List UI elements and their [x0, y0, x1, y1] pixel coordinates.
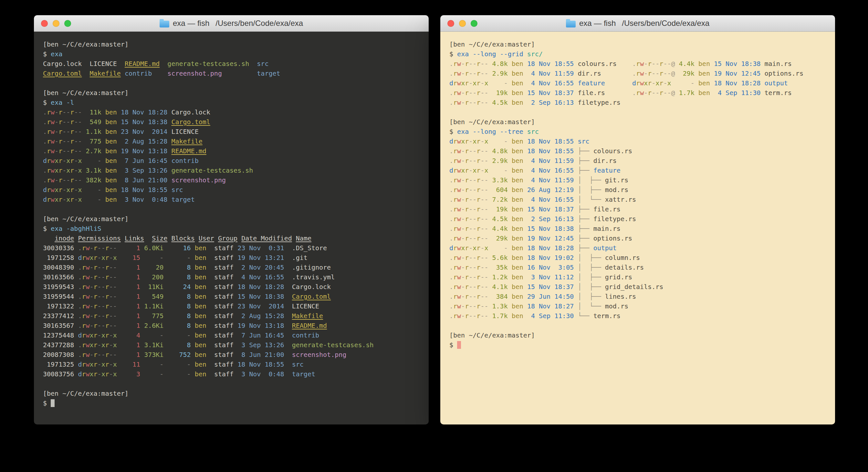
- terminal-line: 30030336 .rw-r--r-- 1 6.0Ki 16 ben staff…: [43, 243, 420, 253]
- traffic-lights: [447, 15, 477, 31]
- terminal-line: 1971325 drwxr-xr-x 11 - - ben staff 18 N…: [43, 359, 420, 369]
- terminal-line: .rw-r--r-- 3.3k ben 4 Nov 11:59 │ ├── gi…: [450, 175, 826, 185]
- terminal-line: 1971322 .rw-r--r-- 1 1.1Ki 8 ben staff 2…: [43, 301, 420, 311]
- zoom-button[interactable]: [471, 20, 477, 27]
- terminal-line: inode Permissions Links Size Blocks User…: [43, 233, 420, 243]
- terminal-line: .rw-r--r-- 11k ben 18 Nov 18:28 Cargo.lo…: [43, 107, 420, 117]
- terminal-line: drwxr-xr-x - ben 4 Nov 16:55 feature drw…: [450, 78, 826, 88]
- terminal-line: Cargo.toml Makefile contrib screenshot.p…: [43, 68, 420, 78]
- titlebar[interactable]: exa — fish /Users/ben/Code/exa/exa: [440, 15, 835, 32]
- terminal-screen[interactable]: [ben ~/C/e/exa:master]$ exa --long --gri…: [440, 32, 835, 424]
- terminal-line: [450, 321, 826, 330]
- terminal-line: [ben ~/C/e/exa:master]: [43, 39, 420, 49]
- minimize-button[interactable]: [53, 20, 59, 27]
- folder-icon: [160, 21, 169, 28]
- terminal-line: $: [43, 398, 420, 408]
- terminal-line: .rw-r--r-- 29k ben 19 Nov 12:45 ├── opti…: [450, 233, 826, 243]
- window-title: exa — fish /Users/ben/Code/exa/exa: [566, 19, 709, 28]
- terminal-line: drwxr-xr-x - ben 18 Nov 18:55 src: [450, 137, 826, 146]
- terminal-line: .rw-r--r-- 1.7k ben 4 Sep 11:30 └── term…: [450, 311, 826, 321]
- terminal-line: [43, 379, 420, 389]
- terminal-line: 31959543 .rw-r--r-- 1 11Ki 24 ben staff …: [43, 282, 420, 292]
- terminal-line: 30083756 drwxr-xr-x 3 - - ben staff 3 No…: [43, 369, 420, 379]
- terminal-line: .rw-r--r-- 1.2k ben 3 Nov 11:12 │ ├── gr…: [450, 272, 826, 282]
- terminal-line: .rw-r--r-- 35k ben 16 Nov 3:05 │ ├── det…: [450, 263, 826, 272]
- terminal-line: .rw-r--r-- 19k ben 15 Nov 18:37 ├── file…: [450, 204, 826, 214]
- titlebar[interactable]: exa — fish /Users/ben/Code/exa/exa: [34, 15, 429, 32]
- terminal-line: .rw-r--r-- 4.8k ben 18 Nov 18:55 colours…: [450, 59, 826, 68]
- terminal-line: .rw-r--r-- 2.9k ben 4 Nov 11:59 dir.rs .…: [450, 68, 826, 78]
- window-title-app: exa — fish: [173, 19, 209, 28]
- terminal-line: drwxr-xr-x - ben 4 Nov 16:55 ├── feature: [450, 166, 826, 175]
- terminal-line: 20087308 .rw-r--r-- 1 373Ki 752 ben staf…: [43, 350, 420, 359]
- window-title-path: /Users/ben/Code/exa/exa: [215, 19, 303, 28]
- terminal-screen[interactable]: [ben ~/C/e/exa:master]$ exaCargo.lock LI…: [34, 32, 429, 424]
- terminal-line: $ exa --long --tree src: [450, 127, 826, 137]
- terminal-line: .rw-r--r-- 2.7k ben 19 Nov 13:18 README.…: [43, 146, 420, 156]
- terminal-line: .rw-r--r-- 4.5k ben 2 Sep 16:13 filetype…: [450, 98, 826, 107]
- terminal-line: drwxr-xr-x - ben 7 Jun 16:45 contrib: [43, 156, 420, 166]
- terminal-window-left: exa — fish /Users/ben/Code/exa/exa [ben …: [34, 15, 429, 424]
- terminal-line: 30048390 .rw-r--r-- 1 20 8 ben staff 2 N…: [43, 263, 420, 272]
- terminal-line: $ exa: [43, 49, 420, 59]
- terminal-line: .rw-r--r-- 4.5k ben 2 Sep 16:13 ├── file…: [450, 214, 826, 224]
- desktop: { "chrome": { "traffic_lights": ["#fc5d5…: [0, 0, 868, 472]
- terminal-cursor: [457, 341, 461, 349]
- window-title-path: /Users/ben/Code/exa/exa: [622, 19, 709, 28]
- terminal-line: .rwxr-xr-x 3.1k ben 3 Sep 13:26 generate…: [43, 166, 420, 175]
- terminal-line: $ exa -l: [43, 98, 420, 107]
- terminal-line: .rw-r--r-- 384 ben 29 Jun 14:50 │ ├── li…: [450, 292, 826, 301]
- terminal-line: .rw-r--r-- 775 ben 2 Aug 15:28 Makefile: [43, 137, 420, 146]
- folder-icon: [566, 21, 576, 28]
- terminal-line: [ben ~/C/e/exa:master]: [43, 389, 420, 398]
- terminal-line: 23377412 .rw-r--r-- 1 775 8 ben staff 2 …: [43, 311, 420, 321]
- terminal-line: 30163567 .rw-r--r-- 1 2.6Ki 8 ben staff …: [43, 321, 420, 330]
- terminal-line: $ exa --long --grid src/: [450, 49, 826, 59]
- terminal-line: .rw-r--r-- 549 ben 15 Nov 18:38 Cargo.to…: [43, 117, 420, 127]
- terminal-line: $ exa -abghHliS: [43, 224, 420, 233]
- terminal-line: [ben ~/C/e/exa:master]: [450, 117, 826, 127]
- terminal-line: [ben ~/C/e/exa:master]: [43, 214, 420, 224]
- terminal-line: .rw-r--r-- 4.4k ben 15 Nov 18:38 ├── mai…: [450, 224, 826, 233]
- close-button[interactable]: [41, 20, 48, 27]
- terminal-line: .rw-r--r-- 1.3k ben 18 Nov 18:27 │ └── m…: [450, 301, 826, 311]
- terminal-line: [450, 107, 826, 117]
- terminal-line: [43, 78, 420, 88]
- zoom-button[interactable]: [64, 20, 71, 27]
- terminal-line: [43, 204, 420, 214]
- terminal-line: 31959544 .rw-r--r-- 1 549 8 ben staff 15…: [43, 292, 420, 301]
- minimize-button[interactable]: [459, 20, 466, 27]
- terminal-line: .rw-r--r-- 382k ben 8 Jun 21:00 screensh…: [43, 175, 420, 185]
- terminal-line: 12375448 drwxr-xr-x 4 - - ben staff 7 Ju…: [43, 330, 420, 340]
- window-title: exa — fish /Users/ben/Code/exa/exa: [160, 19, 303, 28]
- terminal-line: [ben ~/C/e/exa:master]: [450, 39, 826, 49]
- terminal-line: .rw-r--r-- 4.8k ben 18 Nov 18:55 ├── col…: [450, 146, 826, 156]
- terminal-line: drwxr-xr-x - ben 18 Nov 18:28 ├── output: [450, 243, 826, 253]
- terminal-line: Cargo.lock LICENCE README.md generate-te…: [43, 59, 420, 68]
- terminal-line: 30163566 .rw-r--r-- 1 200 8 ben staff 4 …: [43, 272, 420, 282]
- terminal-line: .rw-r--r-- 2.9k ben 4 Nov 11:59 ├── dir.…: [450, 156, 826, 166]
- terminal-cursor: [51, 399, 55, 407]
- terminal-line: .rw-r--r-- 4.1k ben 15 Nov 18:37 │ ├── g…: [450, 282, 826, 292]
- terminal-line: .rw-r--r-- 604 ben 26 Aug 12:19 │ ├── mo…: [450, 185, 826, 195]
- terminal-line: drwxr-xr-x - ben 18 Nov 18:55 src: [43, 185, 420, 195]
- terminal-line: 1971258 drwxr-xr-x 15 - - ben staff 19 N…: [43, 253, 420, 263]
- terminal-line: .rw-r--r-- 5.6k ben 18 Nov 19:02 │ ├── c…: [450, 253, 826, 263]
- terminal-line: .rw-r--r-- 19k ben 15 Nov 18:37 file.rs …: [450, 88, 826, 98]
- terminal-window-right: exa — fish /Users/ben/Code/exa/exa [ben …: [440, 15, 835, 424]
- terminal-line: [ben ~/C/e/exa:master]: [450, 330, 826, 340]
- terminal-line: [ben ~/C/e/exa:master]: [43, 88, 420, 98]
- terminal-line: .rw-r--r-- 7.2k ben 4 Nov 16:55 │ └── xa…: [450, 195, 826, 204]
- terminal-line: .rw-r--r-- 1.1k ben 23 Nov 2014 LICENCE: [43, 127, 420, 137]
- close-button[interactable]: [447, 20, 454, 27]
- terminal-line: $: [450, 340, 826, 350]
- terminal-line: 24377288 .rwxr-xr-x 1 3.1Ki 8 ben staff …: [43, 340, 420, 350]
- traffic-lights: [41, 15, 71, 31]
- window-title-app: exa — fish: [579, 19, 616, 28]
- terminal-line: drwxr-xr-x - ben 3 Nov 0:48 target: [43, 195, 420, 204]
